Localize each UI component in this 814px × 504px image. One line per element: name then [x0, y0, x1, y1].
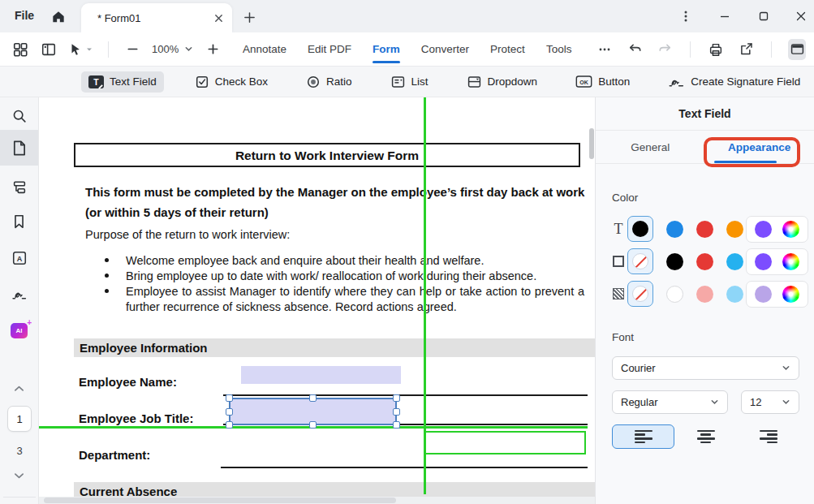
sidebar-toggle-button[interactable]	[40, 39, 58, 60]
tool-ratio-label: Ratio	[326, 75, 352, 88]
resize-handle-n[interactable]	[309, 394, 317, 402]
tool-button[interactable]: OK Button	[568, 71, 637, 93]
properties-panel-toggle-button[interactable]	[788, 39, 806, 60]
document-tab[interactable]: * Form01	[81, 3, 232, 32]
color-swatch-lavender[interactable]	[755, 286, 772, 303]
menu-annotate[interactable]: Annotate	[243, 32, 286, 66]
total-pages-label: 3	[0, 445, 39, 457]
menu-edit-pdf[interactable]: Edit PDF	[308, 32, 351, 66]
signature-icon	[668, 75, 685, 89]
text-field-icon: T	[88, 75, 104, 88]
toolbar-separator	[771, 41, 772, 58]
color-swatch-red[interactable]	[696, 221, 713, 238]
resize-handle-e[interactable]	[393, 408, 400, 416]
minimize-button[interactable]	[713, 6, 736, 26]
document-canvas[interactable]: Return to Work Interview Form This form …	[39, 97, 595, 504]
maximize-button[interactable]	[752, 6, 775, 26]
resize-handle-w[interactable]	[226, 408, 233, 416]
color-swatch-cyan[interactable]	[726, 253, 743, 270]
menu-converter[interactable]: Converter	[421, 32, 469, 66]
select-tool-button[interactable]	[68, 39, 93, 60]
tab-close-icon[interactable]	[213, 13, 224, 24]
home-button[interactable]	[49, 7, 68, 27]
more-tools-button[interactable]	[596, 39, 614, 60]
print-button[interactable]	[707, 39, 725, 60]
zoom-in-button[interactable]	[204, 39, 222, 60]
tool-create-signature-field[interactable]: Create Signature Field	[661, 71, 808, 93]
color-swatch-purple[interactable]	[755, 221, 772, 238]
page-thumbnails-button[interactable]	[0, 136, 38, 160]
form-line	[223, 394, 588, 396]
font-size-select[interactable]: 12	[741, 390, 799, 414]
undo-button[interactable]	[626, 39, 644, 60]
menu-tools[interactable]: Tools	[546, 32, 572, 66]
menu-protect[interactable]: Protect	[490, 32, 525, 66]
redo-button[interactable]	[656, 39, 674, 60]
no-color-swatch	[632, 253, 648, 269]
purpose-text: Purpose of the return to work interview:	[85, 228, 290, 241]
color-swatch-blue[interactable]	[666, 221, 683, 238]
color-swatch-purple[interactable]	[755, 253, 772, 270]
panel-toggle-icon	[790, 41, 805, 57]
new-field-preview	[424, 431, 586, 454]
align-center-button[interactable]	[674, 424, 737, 449]
search-icon	[11, 108, 28, 124]
main-content: A AI 1 3 Return to Work Interview Form T…	[0, 97, 814, 504]
check-box-icon	[195, 75, 209, 89]
file-menu[interactable]: File	[15, 9, 34, 22]
overflow-menu-button[interactable]	[674, 6, 697, 26]
bullet-item: Employee to assist Manager to identify w…	[126, 284, 584, 315]
color-swatch-lightblue[interactable]	[726, 286, 743, 303]
align-right-button[interactable]	[737, 424, 799, 449]
current-page-input[interactable]: 1	[7, 406, 32, 432]
page-down-button[interactable]	[0, 467, 38, 485]
tool-check-box[interactable]: Check Box	[187, 71, 275, 93]
vertical-scrollbar-thumb[interactable]	[589, 128, 594, 159]
close-window-button[interactable]	[790, 6, 812, 26]
bullet-marker	[105, 274, 109, 278]
cursor-dropdown-icon[interactable]	[85, 45, 93, 54]
page-icon	[11, 140, 27, 157]
tool-list[interactable]: List	[383, 71, 436, 93]
color-swatch-orange[interactable]	[726, 221, 743, 238]
employee-name-field[interactable]	[241, 366, 401, 384]
tab-general[interactable]: General	[596, 131, 705, 163]
tool-ratio[interactable]: Ratio	[299, 71, 360, 93]
color-swatch-black[interactable]	[666, 253, 683, 270]
tool-text-field[interactable]: T Text Field	[81, 71, 164, 93]
form-fields-button[interactable]: A	[0, 246, 38, 270]
menu-form[interactable]: Form	[373, 32, 400, 66]
bookmarks-button[interactable]	[0, 209, 38, 234]
outline-tree-button[interactable]	[0, 175, 38, 200]
resize-handle-s[interactable]	[309, 421, 317, 429]
color-picker-swatch[interactable]	[782, 221, 799, 238]
signatures-button[interactable]	[0, 282, 38, 307]
fill-color-selected-swatch[interactable]	[627, 281, 653, 307]
color-swatch-red[interactable]	[696, 253, 713, 270]
border-color-selected-swatch[interactable]	[627, 248, 653, 274]
ai-assistant-button[interactable]: AI	[0, 318, 38, 342]
resize-handle-ne[interactable]	[393, 394, 400, 402]
font-style-select[interactable]: Regular	[612, 390, 728, 414]
font-family-select[interactable]: Courier	[612, 356, 799, 380]
zoom-out-button[interactable]	[123, 39, 141, 60]
text-color-selected-swatch[interactable]	[627, 216, 653, 242]
color-swatch-pink[interactable]	[696, 286, 713, 303]
resize-handle-sw[interactable]	[226, 421, 233, 429]
search-button[interactable]	[0, 104, 38, 128]
color-picker-swatch[interactable]	[782, 286, 799, 303]
selected-text-field[interactable]	[229, 398, 397, 425]
resize-handle-se[interactable]	[393, 421, 400, 429]
resize-handle-nw[interactable]	[226, 394, 233, 402]
zoom-level-dropdown[interactable]: 100%	[152, 43, 193, 55]
color-picker-swatch[interactable]	[782, 253, 799, 270]
share-export-button[interactable]	[737, 39, 755, 60]
color-swatch-white[interactable]	[666, 286, 683, 303]
new-tab-button[interactable]	[240, 8, 258, 26]
thumbnail-view-button[interactable]	[11, 39, 29, 60]
horizontal-scrollbar-thumb[interactable]	[44, 498, 396, 503]
align-left-button[interactable]	[612, 424, 674, 449]
page-up-button[interactable]	[0, 380, 38, 398]
tool-dropdown[interactable]: Dropdown	[459, 71, 545, 93]
horizontal-scrollbar[interactable]	[39, 497, 595, 504]
